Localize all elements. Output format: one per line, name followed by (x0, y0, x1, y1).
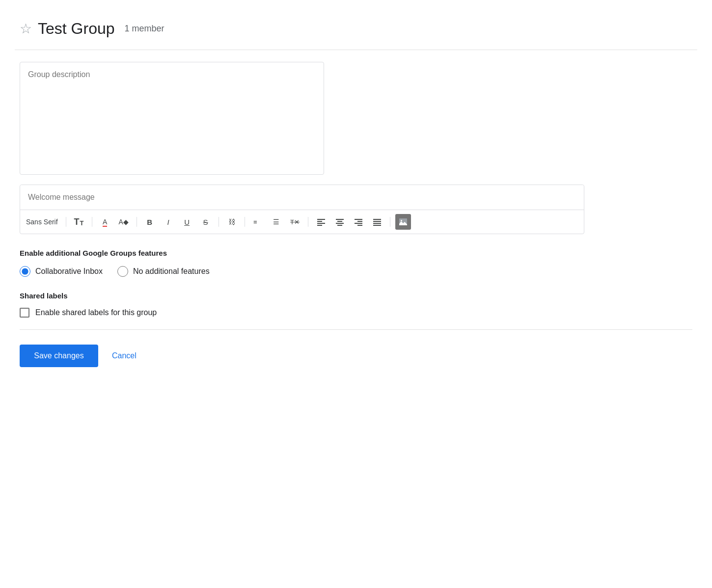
underline-btn[interactable]: U (179, 214, 195, 230)
svg-text:≡: ≡ (253, 218, 257, 226)
font-color-btn[interactable]: A (97, 214, 113, 230)
toolbar-divider-7 (390, 217, 390, 227)
shared-labels-checkbox-label: Enable shared labels for this group (35, 308, 157, 317)
svg-rect-14 (373, 221, 381, 222)
toolbar-divider-4 (219, 217, 219, 227)
insert-image-btn[interactable] (395, 214, 411, 230)
toolbar-divider-5 (245, 217, 245, 227)
remove-format-btn[interactable]: T✕ (287, 214, 303, 230)
toolbar-divider-1 (66, 217, 66, 227)
cancel-button[interactable]: Cancel (108, 345, 140, 367)
highlight-btn[interactable]: A◆ (116, 214, 132, 230)
svg-rect-8 (337, 225, 342, 226)
svg-rect-15 (373, 223, 381, 224)
group-title: Test Group (38, 20, 115, 38)
shared-labels-checkbox[interactable] (20, 308, 29, 318)
toolbar-divider-6 (308, 217, 308, 227)
formatting-toolbar: Sans Serif TT A A◆ B I U S ⛓ ≡ (20, 210, 584, 234)
shared-labels-heading: Shared labels (20, 292, 692, 300)
group-description-input[interactable] (20, 62, 324, 175)
shared-labels-section: Shared labels Enable shared labels for t… (15, 292, 697, 330)
svg-rect-2 (317, 221, 322, 222)
toolbar-divider-2 (92, 217, 92, 227)
link-btn[interactable]: ⛓ (224, 214, 240, 230)
italic-btn[interactable]: I (161, 214, 176, 230)
align-right-btn[interactable] (351, 214, 366, 230)
svg-rect-12 (357, 225, 362, 226)
svg-rect-3 (317, 223, 325, 224)
text-size-btn[interactable]: TT (71, 214, 87, 230)
justify-btn[interactable] (369, 214, 385, 230)
toolbar-divider-3 (137, 217, 137, 227)
svg-rect-13 (373, 219, 381, 220)
svg-rect-1 (317, 219, 325, 220)
align-left-btn[interactable] (313, 214, 329, 230)
welcome-message-input[interactable] (20, 185, 584, 210)
no-additional-option[interactable]: No additional features (117, 266, 210, 277)
welcome-message-container: Sans Serif TT A A◆ B I U S ⛓ ≡ (20, 185, 584, 234)
radio-group: Collaborative Inbox No additional featur… (20, 266, 692, 277)
svg-rect-5 (336, 219, 344, 220)
svg-rect-16 (373, 225, 381, 226)
svg-rect-9 (355, 219, 362, 220)
group-header: ☆ Test Group 1 member (15, 10, 697, 50)
font-name-label: Sans Serif (26, 218, 58, 226)
no-additional-label: No additional features (133, 267, 210, 276)
member-count: 1 member (125, 24, 164, 34)
unordered-list-btn[interactable]: ☰ (269, 214, 284, 230)
form-section: Sans Serif TT A A◆ B I U S ⛓ ≡ (15, 62, 697, 234)
features-heading: Enable additional Google Groups features (20, 249, 692, 257)
actions-row: Save changes Cancel (15, 345, 697, 367)
collaborative-inbox-label: Collaborative Inbox (35, 267, 103, 276)
features-section: Enable additional Google Groups features… (15, 249, 697, 277)
save-button[interactable]: Save changes (20, 345, 98, 367)
svg-rect-4 (317, 225, 322, 226)
collaborative-inbox-radio[interactable] (20, 266, 30, 277)
align-center-btn[interactable] (332, 214, 348, 230)
svg-point-18 (401, 220, 402, 221)
svg-rect-10 (357, 221, 362, 222)
no-additional-radio[interactable] (117, 266, 128, 277)
bold-btn[interactable]: B (142, 214, 158, 230)
star-icon[interactable]: ☆ (20, 22, 32, 36)
svg-rect-11 (355, 223, 362, 224)
collaborative-inbox-option[interactable]: Collaborative Inbox (20, 266, 103, 277)
shared-labels-checkbox-row: Enable shared labels for this group (20, 308, 692, 330)
svg-rect-6 (337, 221, 342, 222)
strikethrough-btn[interactable]: S (198, 214, 214, 230)
ordered-list-btn[interactable]: ≡ (250, 214, 266, 230)
svg-rect-7 (336, 223, 344, 224)
